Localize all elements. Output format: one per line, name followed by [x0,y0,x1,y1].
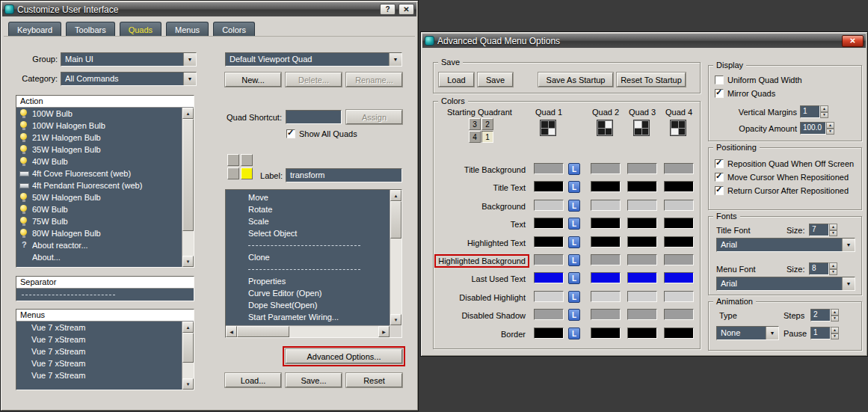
scroll-up-button[interactable]: ▲ [182,108,194,119]
menu-item[interactable]: Curve Editor (Open) [226,287,390,299]
spinner-down-button[interactable]: ▼ [820,112,828,119]
color-swatch-quad2[interactable] [591,291,621,302]
spinner-up-button[interactable]: ▲ [831,327,839,333]
starting-quadrant-cell-4[interactable]: 4 [469,131,481,143]
help-button[interactable]: ? [380,4,395,15]
title-size-spinner[interactable]: 7 ▲ ▼ [809,224,837,236]
title-font-select[interactable]: Arial ▼ [716,238,855,252]
spinner-up-button[interactable]: ▲ [826,122,834,129]
spinner-down-button[interactable]: ▼ [826,129,834,135]
spinner-up-button[interactable]: ▲ [829,262,837,269]
color-swatch-quad3[interactable] [627,291,657,302]
quad-cell-top-right[interactable] [241,154,253,166]
color-swatch-quad1[interactable] [534,328,564,339]
scrollbar-vertical[interactable]: ▲ ▼ [182,108,194,267]
viewport-quad-select[interactable]: Default Viewport Quad ▼ [225,52,402,67]
scroll-up-button[interactable]: ▲ [390,190,401,201]
menu-item[interactable]: Dope Sheet(Open) [226,299,390,311]
starting-quadrant-cell-3[interactable]: 3 [469,118,481,130]
color-swatch-quad2[interactable] [591,200,621,211]
scroll-down-button[interactable]: ▼ [390,314,401,325]
scrollbar-thumb[interactable] [237,326,289,337]
list-item[interactable]: 4ft Pendant Fluorescent (web) [16,179,182,191]
list-item[interactable]: 60W Bulb [16,203,182,215]
color-swatch-quad3[interactable] [627,328,657,339]
save-button[interactable]: Save... [286,373,342,387]
dropdown-arrow-button[interactable]: ▼ [766,327,778,339]
color-swatch-quad2[interactable] [591,218,621,229]
color-swatch-quad1[interactable] [534,163,564,174]
color-swatch-quad1[interactable] [534,200,564,211]
lock-button[interactable]: L [568,272,580,284]
color-swatch-quad3[interactable] [627,181,657,192]
return-cursor-checkbox[interactable]: ✓ Return Cursor After Repositioned [715,185,849,195]
starting-quadrant-cell-1[interactable]: 1 [481,131,493,143]
color-swatch-quad3[interactable] [627,236,657,247]
tab-menus[interactable]: Menus [166,22,209,37]
color-swatch-quad1[interactable] [534,236,564,247]
lock-button[interactable]: L [568,291,580,303]
menu-item[interactable]: Scale [226,215,390,227]
color-swatch-quad4[interactable] [664,254,694,265]
spinner-up-button[interactable]: ▲ [829,224,837,230]
reset-to-startup-button[interactable]: Reset To Startup [617,73,686,87]
show-all-quads-checkbox[interactable]: ✓ Show All Quads [286,129,357,138]
color-swatch-quad4[interactable] [664,218,694,229]
scrollbar-vertical[interactable]: ▲ ▼ [390,190,401,325]
lock-button[interactable]: L [568,328,580,339]
quad-cell-bottom-left[interactable] [227,167,239,179]
category-select[interactable]: All Commands ▼ [61,72,197,86]
quad-shortcut-input[interactable] [286,110,342,124]
list-item[interactable]: 80W Halogen Bulb [16,227,182,239]
menu-item[interactable]: Start Parameter Wiring... [226,311,390,323]
quad-cell-bottom-right[interactable] [241,167,253,179]
uniform-quad-width-checkbox[interactable]: ✓ Uniform Quad Width [715,75,802,84]
load-button[interactable]: Load [439,73,474,87]
tab-toolbars[interactable]: Toolbars [66,22,115,37]
assign-button[interactable]: Assign [346,110,402,124]
list-item[interactable]: About reactor... [16,239,182,251]
color-swatch-quad4[interactable] [664,236,694,247]
spinner-up-button[interactable]: ▲ [831,309,839,316]
color-swatch-quad4[interactable] [664,163,694,174]
scroll-up-button[interactable]: ▲ [182,322,194,333]
scroll-down-button[interactable]: ▼ [182,378,194,390]
tab-quads[interactable]: Quads [120,22,161,37]
dropdown-arrow-button[interactable]: ▼ [842,277,855,290]
pause-spinner[interactable]: 1 ▲ ▼ [810,327,839,339]
list-item[interactable]: 100W Halogen Bulb [16,120,182,132]
color-swatch-quad3[interactable] [627,309,657,320]
new-button[interactable]: New... [225,73,281,87]
save-button[interactable]: Save [478,73,513,87]
close-button[interactable]: ✕ [398,4,414,15]
menu-font-select[interactable]: Arial ▼ [716,277,855,291]
color-swatch-quad1[interactable] [534,181,564,192]
titlebar[interactable]: Customize User Interface ? ✕ [2,2,416,16]
color-swatch-quad4[interactable] [664,200,694,211]
spinner-value[interactable]: 100.0 [800,122,826,135]
menu-item[interactable]: Properties [226,275,390,287]
starting-quadrant-cell-2[interactable]: 2 [481,118,493,130]
animation-type-select[interactable]: None ▼ [716,326,779,340]
color-swatch-quad2[interactable] [591,236,621,247]
color-swatch-quad1[interactable] [534,218,564,229]
color-swatch-quad2[interactable] [591,254,621,265]
color-swatch-quad3[interactable] [627,163,657,174]
color-swatch-quad4[interactable] [664,272,694,283]
scrollbar-thumb[interactable] [182,333,194,363]
list-item[interactable]: 100W Bulb [16,108,182,120]
scrollbar-thumb[interactable] [182,119,194,231]
spinner-down-button[interactable]: ▼ [829,230,837,237]
menu-item[interactable]: Select Object [226,227,390,239]
list-item[interactable]: 40W Bulb [16,156,182,167]
list-item[interactable]: Vue 7 xStream [16,333,182,345]
tab-keyboard[interactable]: Keyboard [8,22,61,37]
lock-button[interactable]: L [568,236,580,248]
menu-item[interactable] [226,263,390,275]
list-item[interactable]: Vue 7 xStream [16,357,182,369]
menu-item[interactable]: Rotate [226,203,390,215]
dropdown-arrow-button[interactable]: ▼ [389,53,401,66]
spinner-value[interactable]: 1 [810,327,831,339]
lock-button[interactable]: L [568,200,580,212]
color-swatch-quad1[interactable] [534,272,564,283]
